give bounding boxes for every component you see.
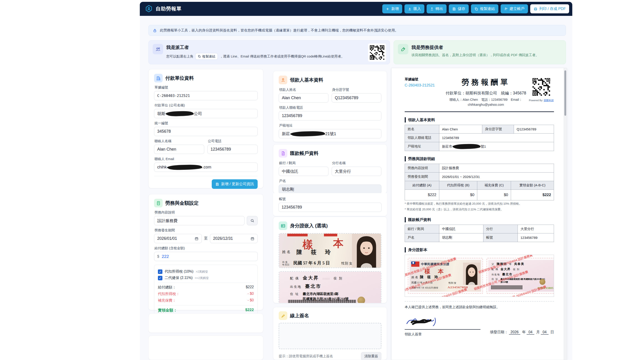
id-barcode (288, 300, 356, 303)
save-icon (452, 7, 456, 11)
id-front-dropzone[interactable]: 樣 本 姓 名 陳 筱 玲 出 生年月日 民國 57 年 6 月 5 日 性別 … (279, 233, 382, 268)
person-icon (279, 76, 287, 84)
preview-idcopy-section-title: 身分證影本 (405, 247, 554, 252)
holder-input[interactable]: 胡志剛 (279, 185, 382, 194)
search-service-button[interactable] (247, 216, 258, 225)
service-section: 勞務與金額設定 勞務內容說明 設計服務費 勞務發生期間 2026/01/01 至… (148, 194, 263, 310)
update-company-button[interactable]: 新增 / 更新公司資訊 (212, 179, 258, 189)
redaction-scribble (166, 111, 193, 116)
calculator-icon (154, 199, 163, 207)
payee-name-input[interactable]: Alan Chen (279, 93, 328, 103)
service-desc-label: 勞務內容說明 (154, 210, 257, 215)
powered-by-link[interactable]: 胡斯科技 (544, 99, 554, 102)
preview-payee-section-title: 領款人基本資料 (405, 117, 554, 123)
signature-title: 線上簽名 (290, 312, 309, 319)
payee-addr-label: 戶籍地址 (279, 123, 381, 128)
dispatcher-card-body: 我是派工者 您可以點選右上角 複製連結 ，透過 Line、Email 傳送給勞務… (166, 44, 344, 60)
tax-note: * 依中華民國稅法規定，執行業務所得單次給付超過 20,000 元，須依法代扣 … (405, 201, 554, 206)
import-button[interactable]: 匯入 (404, 4, 424, 13)
privacy-banner-text: 此勞務報單小工具，嵌入的身分證資料與簽名資料，皆在您的手機或電腦（邊緣運算）進行… (160, 28, 398, 33)
create-account-button[interactable]: 建立帳戶 (500, 4, 528, 13)
gross-amount-input[interactable]: $ 222 (154, 252, 258, 261)
account-input[interactable]: 123456789 (278, 203, 382, 212)
edit-pencil-icon (398, 44, 408, 54)
document-icon (279, 149, 287, 158)
service-section-title: 勞務與金額設定 (165, 200, 198, 206)
payer-section: 付款單位資料 單據編號 C-260403-212521 付款單位 (公司名稱) … (148, 69, 263, 188)
tax-id-input[interactable]: 345678 (154, 127, 258, 136)
company-phone-label: 公司電話 (208, 139, 257, 143)
payee-section-title: 領款人基本資料 (290, 77, 323, 83)
taiwan-flag (411, 261, 420, 267)
doc-no-input[interactable]: C-260403-212521 (154, 91, 258, 100)
preview-service-section-title: 勞務與請款明細 (405, 156, 554, 161)
company-input[interactable]: 胡斯公司 (154, 109, 258, 118)
building-icon (154, 74, 163, 82)
provider-card: 我是勞務提供者 填寫相關勞務資訊、簽名，及附上身分證明（選填），列印或存成 PD… (394, 40, 566, 64)
preview-service-table: 勞務內容說明設計服務費 勞務發生期間2026/01/01 ~ 2026/12/3… (405, 164, 554, 200)
nhi-checkbox[interactable]: ✓ (158, 276, 162, 280)
id-back-thumb: 父陳德明母吳春美 配 偶金大昇役 別 出生地臺北市 住 址臺北市內湖區葫洲里1鄰… (486, 258, 554, 294)
new-button[interactable]: 新增 (382, 4, 402, 13)
scrollbar-thumb[interactable] (564, 70, 566, 116)
calendar-icon (194, 237, 198, 241)
tax-id-label: 統一編號 (154, 121, 257, 125)
id-back-dropzone[interactable]: 配 偶金大昇::::::役 別 出生地臺北市 住 址 臺北市內湖區葫洲里1鄰民權… (279, 271, 382, 303)
branch-label: 分行名稱 (332, 161, 381, 165)
id-portrait-photo (352, 234, 381, 268)
doc-no-label: 單據編號 (154, 85, 257, 90)
share-qr-code (368, 44, 386, 62)
contact-name-input[interactable]: Alan Chen (154, 145, 204, 154)
preview-doc-no: C-260403-212521 (405, 83, 443, 87)
print-pdf-button[interactable]: 列印 / 存成 PDF (530, 4, 569, 13)
document-preview-panel: 單據編號 C-260403-212521 勞務報酬單 付款單位：胡斯科技有限公司… (391, 68, 567, 360)
payee-section: 領款人基本資料 領款人姓名 Alan Chen 身分證字號 Q123456789… (273, 71, 387, 142)
period-start-input[interactable]: 2026/01/01 (154, 234, 202, 243)
export-button[interactable]: 轉出 (426, 4, 446, 13)
id-portrait-photo (463, 263, 480, 285)
payee-phone-input[interactable]: 123456789 (279, 111, 382, 120)
payee-addr-input[interactable]: 新莊21號1 (279, 129, 382, 138)
user-plus-icon (504, 7, 508, 11)
company-phone-input[interactable]: 123456789 (208, 145, 258, 154)
dispatcher-desc: 您可以點選右上角 複製連結 ，透過 Line、Email 傳送給勞務工作者或使用… (166, 53, 344, 60)
withholding-tax-label: 代扣所得稅 (10%) (165, 269, 194, 274)
service-period-label: 勞務發生期間 (154, 228, 257, 232)
copy-link-chip[interactable]: 複製連結 (195, 53, 218, 60)
bank-name-input[interactable]: 中國信託 (279, 167, 328, 176)
privacy-banner: 此勞務報單小工具，嵌入的身分證資料與簽名資料，皆在您的手機或電腦（邊緣運算）進行… (148, 25, 566, 36)
lock-icon (153, 28, 157, 33)
gross-amount-label: 給付總額 (含稅金額) (154, 246, 257, 250)
document-contact-line: 聯絡人：Alan Chen 電話：123456789 Email：chihkan… (443, 97, 529, 107)
printer-icon (534, 7, 538, 11)
nhi-label: 二代健保 (2.11%) (165, 275, 192, 280)
download-icon (408, 7, 412, 11)
signature-pad[interactable] (279, 323, 382, 349)
save-button[interactable]: 儲存 (449, 4, 469, 13)
id-embed-title: 身分證嵌入 (選填) (290, 223, 328, 229)
dispatcher-title: 我是派工者 (166, 44, 344, 51)
period-end-input[interactable]: 2026/12/31 (210, 234, 258, 243)
withholding-tax-checkbox[interactable]: ✓ (158, 269, 162, 274)
sum-nhi-row: 補充保費：- $0 (158, 298, 254, 303)
payee-phone-label: 領款人聯絡電話 (279, 106, 381, 110)
sum-total-row: 給付總額：$222 (158, 285, 254, 290)
branch-input[interactable]: 大里分行 (332, 167, 382, 176)
contact-email-input[interactable]: chihk.com (154, 163, 258, 172)
bank-name-label: 銀行 / 郵局 (279, 161, 328, 165)
preview-scrollbar[interactable] (564, 68, 567, 360)
preview-doc-no-label: 單據編號 (405, 77, 443, 82)
holder-label: 戶名 (279, 179, 381, 183)
payee-name-label: 領款人姓名 (279, 88, 328, 92)
payee-id-input[interactable]: Q123456789 (332, 93, 382, 103)
id-embed-section: 身分證嵌入 (選填) 樣 本 姓 名 陳 筱 玲 出 生年月日 民國 57 年 … (273, 217, 387, 303)
redaction-scribble (291, 131, 324, 136)
bank-section-title: 匯款帳戶資料 (290, 150, 318, 156)
id-front-thumb: 中華民國國民身分證 樣本 姓 名陳 筱 玲 民國 57 年 6 月 5 日 性別… (408, 258, 483, 294)
service-desc-input[interactable]: 設計服務費 (154, 216, 244, 225)
copy-link-button[interactable]: 複製連結 (471, 4, 498, 13)
app-title: 自助勞報單 (156, 6, 182, 12)
top-header: 自助勞報單 新增 匯入 轉出 儲存 複製連結 建立帳戶 (140, 2, 572, 16)
clear-signature-button[interactable]: 清除重簽 (361, 352, 382, 360)
id-emblem (358, 297, 365, 303)
